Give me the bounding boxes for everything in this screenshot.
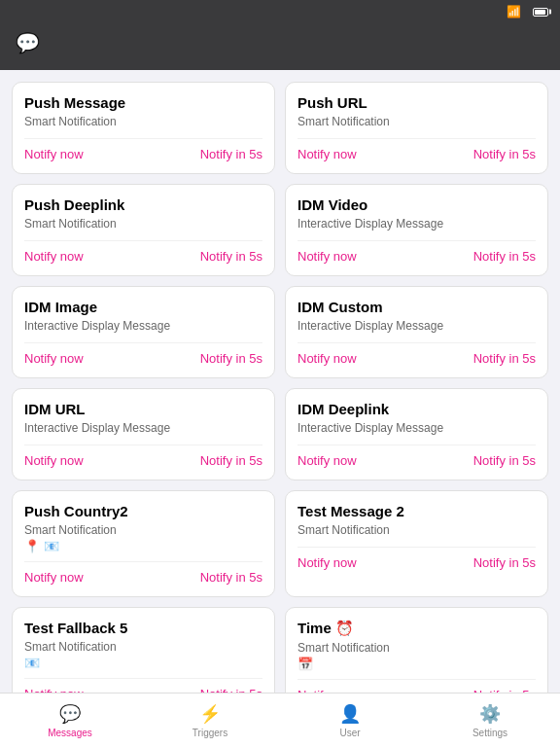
card-actions-push-message: Notify now Notify in 5s	[24, 138, 262, 161]
card-subtitle-push-country2: Smart Notification	[24, 523, 262, 537]
card-push-deeplink: Push Deeplink Smart Notification Notify …	[12, 184, 275, 276]
card-title-idm-video: IDM Video	[298, 196, 536, 213]
card-icons-push-country2: 📍 📧	[24, 539, 262, 553]
notify-in-idm-deeplink[interactable]: Notify in 5s	[473, 453, 536, 468]
card-title-push-message: Push Message	[24, 94, 262, 111]
notify-now-idm-custom[interactable]: Notify now	[298, 351, 357, 366]
card-actions-idm-deeplink: Notify now Notify in 5s	[298, 445, 536, 468]
card-subtitle-time: Smart Notification	[298, 641, 536, 655]
status-bar: 📶	[0, 0, 560, 23]
card-actions-idm-custom: Notify now Notify in 5s	[298, 342, 536, 366]
tab-icon-messages: 💬	[59, 703, 81, 725]
card-title-idm-image: IDM Image	[24, 299, 262, 315]
card-test-message-2: Test Message 2 Smart Notification Notify…	[285, 490, 548, 597]
tab-label-user: User	[339, 728, 360, 738]
notify-now-test-message-2[interactable]: Notify now	[298, 555, 357, 570]
card-idm-deeplink: IDM Deeplink Interactive Display Message…	[285, 388, 548, 480]
card-push-country2: Push Country2 Smart Notification 📍 📧 Not…	[12, 490, 275, 597]
card-idm-video: IDM Video Interactive Display Message No…	[285, 184, 548, 276]
card-title-push-deeplink: Push Deeplink	[24, 196, 262, 213]
card-actions-push-url: Notify now Notify in 5s	[298, 138, 536, 161]
card-actions-idm-url: Notify now Notify in 5s	[24, 445, 262, 468]
tab-icon-settings: ⚙️	[479, 703, 501, 725]
tab-settings[interactable]: ⚙️ Settings	[420, 703, 560, 738]
main-content: Push Message Smart Notification Notify n…	[0, 70, 560, 747]
tab-label-settings: Settings	[472, 728, 508, 738]
notify-now-idm-image[interactable]: Notify now	[24, 351, 84, 366]
notify-in-push-message[interactable]: Notify in 5s	[200, 147, 262, 161]
header: 💬	[0, 23, 560, 70]
status-right: 📶	[507, 5, 548, 18]
notify-now-push-country2[interactable]: Notify now	[24, 570, 84, 585]
notify-in-idm-custom[interactable]: Notify in 5s	[473, 351, 536, 366]
card-subtitle-test-fallback-5: Smart Notification	[24, 640, 262, 654]
notify-in-idm-url[interactable]: Notify in 5s	[200, 453, 262, 468]
card-subtitle-push-message: Smart Notification	[24, 115, 262, 128]
card-title-idm-url: IDM URL	[24, 401, 262, 417]
card-idm-custom: IDM Custom Interactive Display Message N…	[285, 286, 548, 378]
card-title-test-fallback-5: Test Fallback 5	[24, 620, 262, 636]
card-push-message: Push Message Smart Notification Notify n…	[12, 82, 275, 174]
notify-now-push-message[interactable]: Notify now	[24, 147, 84, 161]
battery-icon	[533, 8, 548, 17]
header-icon: 💬	[16, 31, 544, 54]
card-idm-url: IDM URL Interactive Display Message Noti…	[12, 388, 275, 480]
card-subtitle-idm-url: Interactive Display Message	[24, 421, 262, 435]
tab-user[interactable]: 👤 User	[280, 703, 420, 738]
card-subtitle-idm-deeplink: Interactive Display Message	[298, 421, 536, 435]
card-title-time: Time ⏰	[298, 620, 536, 637]
card-subtitle-idm-custom: Interactive Display Message	[298, 319, 536, 333]
notify-in-idm-image[interactable]: Notify in 5s	[200, 351, 262, 366]
card-subtitle-push-deeplink: Smart Notification	[24, 217, 262, 231]
tab-messages[interactable]: 💬 Messages	[0, 703, 140, 738]
notify-in-push-url[interactable]: Notify in 5s	[473, 147, 536, 161]
notify-in-push-deeplink[interactable]: Notify in 5s	[200, 249, 262, 264]
card-icons-test-fallback-5: 📧	[24, 656, 262, 670]
card-idm-image: IDM Image Interactive Display Message No…	[12, 286, 275, 378]
card-subtitle-test-message-2: Smart Notification	[298, 523, 536, 537]
notify-in-idm-video[interactable]: Notify in 5s	[473, 249, 536, 264]
notify-now-push-url[interactable]: Notify now	[298, 147, 357, 161]
card-title-idm-custom: IDM Custom	[298, 299, 536, 315]
tab-label-triggers: Triggers	[192, 728, 228, 738]
card-actions-push-deeplink: Notify now Notify in 5s	[24, 240, 262, 264]
card-subtitle-idm-video: Interactive Display Message	[298, 217, 536, 231]
card-subtitle-push-url: Smart Notification	[298, 115, 536, 128]
tab-triggers[interactable]: ⚡ Triggers	[140, 703, 280, 738]
card-actions-test-message-2: Notify now Notify in 5s	[298, 547, 536, 570]
card-actions-idm-image: Notify now Notify in 5s	[24, 342, 262, 366]
notify-in-test-message-2[interactable]: Notify in 5s	[473, 555, 536, 570]
card-title-idm-deeplink: IDM Deeplink	[298, 401, 536, 417]
tab-bar: 💬 Messages ⚡ Triggers 👤 User ⚙️ Settings	[0, 693, 560, 747]
card-title-push-country2: Push Country2	[24, 503, 262, 519]
card-push-url: Push URL Smart Notification Notify now N…	[285, 82, 548, 174]
notify-in-push-country2[interactable]: Notify in 5s	[200, 570, 262, 585]
tab-icon-triggers: ⚡	[199, 703, 221, 725]
card-actions-push-country2: Notify now Notify in 5s	[24, 561, 262, 585]
messages-grid: Push Message Smart Notification Notify n…	[12, 82, 548, 747]
notify-now-idm-deeplink[interactable]: Notify now	[298, 453, 357, 468]
card-title-test-message-2: Test Message 2	[298, 503, 536, 519]
card-actions-idm-video: Notify now Notify in 5s	[298, 240, 536, 264]
tab-label-messages: Messages	[48, 728, 92, 738]
notify-now-idm-url[interactable]: Notify now	[24, 453, 84, 468]
card-subtitle-idm-image: Interactive Display Message	[24, 319, 262, 333]
notify-now-push-deeplink[interactable]: Notify now	[24, 249, 84, 264]
wifi-icon: 📶	[507, 5, 521, 18]
tab-icon-user: 👤	[339, 703, 361, 725]
card-icons-time: 📅	[298, 657, 536, 671]
card-title-push-url: Push URL	[298, 94, 536, 111]
notify-now-idm-video[interactable]: Notify now	[298, 249, 357, 264]
